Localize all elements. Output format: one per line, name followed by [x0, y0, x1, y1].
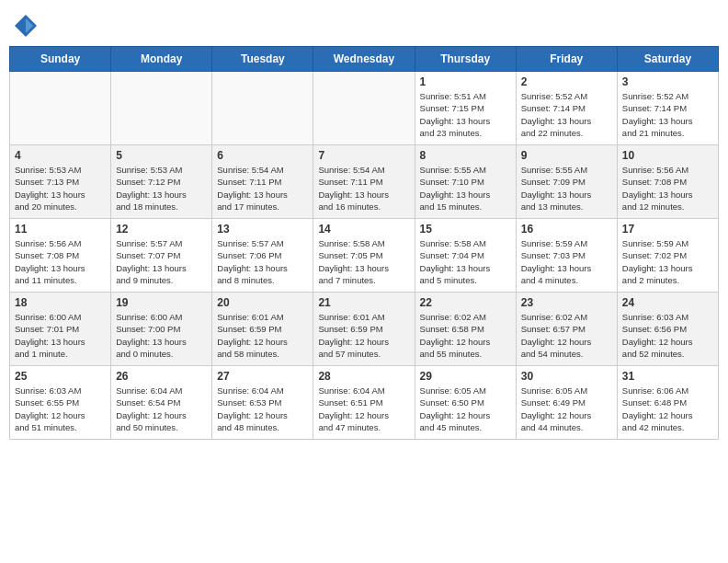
day-number: 30 [521, 370, 612, 383]
calendar-cell: 14Sunrise: 5:58 AM Sunset: 7:05 PM Dayli… [313, 219, 415, 293]
day-info: Sunrise: 5:53 AM Sunset: 7:12 PM Dayligh… [116, 164, 207, 213]
calendar-cell: 29Sunrise: 6:05 AM Sunset: 6:50 PM Dayli… [415, 366, 516, 440]
day-number: 12 [116, 223, 207, 236]
calendar-cell: 9Sunrise: 5:55 AM Sunset: 7:09 PM Daylig… [516, 145, 617, 219]
day-info: Sunrise: 6:03 AM Sunset: 6:56 PM Dayligh… [622, 311, 713, 360]
day-number: 18 [15, 296, 106, 309]
day-number: 16 [521, 223, 612, 236]
day-info: Sunrise: 5:54 AM Sunset: 7:11 PM Dayligh… [217, 164, 308, 213]
calendar-cell: 20Sunrise: 6:01 AM Sunset: 6:59 PM Dayli… [212, 293, 313, 366]
day-number: 20 [217, 296, 308, 309]
day-info: Sunrise: 6:02 AM Sunset: 6:58 PM Dayligh… [420, 311, 511, 360]
calendar-cell: 26Sunrise: 6:04 AM Sunset: 6:54 PM Dayli… [111, 366, 212, 440]
day-info: Sunrise: 5:58 AM Sunset: 7:04 PM Dayligh… [420, 237, 511, 286]
col-header-friday: Friday [516, 47, 617, 72]
calendar-cell: 18Sunrise: 6:00 AM Sunset: 7:01 PM Dayli… [10, 293, 111, 366]
calendar-cell: 6Sunrise: 5:54 AM Sunset: 7:11 PM Daylig… [212, 145, 313, 219]
col-header-sunday: Sunday [10, 47, 111, 72]
day-info: Sunrise: 6:01 AM Sunset: 6:59 PM Dayligh… [318, 311, 409, 360]
day-info: Sunrise: 5:59 AM Sunset: 7:03 PM Dayligh… [521, 237, 612, 286]
day-info: Sunrise: 5:55 AM Sunset: 7:09 PM Dayligh… [521, 164, 612, 213]
calendar-week-row: 1Sunrise: 5:51 AM Sunset: 7:15 PM Daylig… [10, 72, 719, 145]
day-info: Sunrise: 6:03 AM Sunset: 6:55 PM Dayligh… [15, 385, 106, 433]
calendar-cell: 5Sunrise: 5:53 AM Sunset: 7:12 PM Daylig… [111, 145, 212, 219]
day-info: Sunrise: 6:05 AM Sunset: 6:50 PM Dayligh… [420, 385, 511, 433]
calendar-cell: 28Sunrise: 6:04 AM Sunset: 6:51 PM Dayli… [313, 366, 415, 440]
calendar-cell: 2Sunrise: 5:52 AM Sunset: 7:14 PM Daylig… [516, 72, 617, 145]
day-number: 1 [420, 75, 511, 88]
day-info: Sunrise: 6:04 AM Sunset: 6:51 PM Dayligh… [318, 385, 409, 433]
calendar-cell [111, 72, 212, 145]
calendar-week-row: 11Sunrise: 5:56 AM Sunset: 7:08 PM Dayli… [10, 219, 719, 293]
day-info: Sunrise: 6:00 AM Sunset: 7:00 PM Dayligh… [116, 311, 207, 360]
day-number: 29 [420, 370, 511, 383]
day-info: Sunrise: 5:57 AM Sunset: 7:07 PM Dayligh… [116, 237, 207, 286]
col-header-thursday: Thursday [415, 47, 516, 72]
day-number: 2 [521, 75, 612, 88]
day-info: Sunrise: 5:56 AM Sunset: 7:08 PM Dayligh… [622, 164, 713, 213]
calendar-cell: 1Sunrise: 5:51 AM Sunset: 7:15 PM Daylig… [415, 72, 516, 145]
day-number: 14 [318, 223, 409, 236]
day-info: Sunrise: 6:00 AM Sunset: 7:01 PM Dayligh… [15, 311, 106, 360]
day-number: 23 [521, 296, 612, 309]
day-number: 13 [217, 223, 308, 236]
calendar-week-row: 25Sunrise: 6:03 AM Sunset: 6:55 PM Dayli… [10, 366, 719, 440]
day-info: Sunrise: 6:04 AM Sunset: 6:54 PM Dayligh… [116, 385, 207, 433]
calendar-cell [313, 72, 415, 145]
calendar-cell: 12Sunrise: 5:57 AM Sunset: 7:07 PM Dayli… [111, 219, 212, 293]
day-number: 8 [420, 149, 511, 162]
day-number: 19 [116, 296, 207, 309]
day-number: 25 [15, 370, 106, 383]
calendar-week-row: 18Sunrise: 6:00 AM Sunset: 7:01 PM Dayli… [10, 293, 719, 366]
day-info: Sunrise: 5:52 AM Sunset: 7:14 PM Dayligh… [521, 90, 612, 139]
logo-icon [13, 13, 39, 39]
calendar-cell: 15Sunrise: 5:58 AM Sunset: 7:04 PM Dayli… [415, 219, 516, 293]
day-info: Sunrise: 5:54 AM Sunset: 7:11 PM Dayligh… [318, 164, 409, 213]
calendar-cell: 19Sunrise: 6:00 AM Sunset: 7:00 PM Dayli… [111, 293, 212, 366]
calendar-cell: 4Sunrise: 5:53 AM Sunset: 7:13 PM Daylig… [10, 145, 111, 219]
day-info: Sunrise: 5:59 AM Sunset: 7:02 PM Dayligh… [622, 237, 713, 286]
calendar-cell: 8Sunrise: 5:55 AM Sunset: 7:10 PM Daylig… [415, 145, 516, 219]
day-info: Sunrise: 6:06 AM Sunset: 6:48 PM Dayligh… [622, 385, 713, 433]
day-info: Sunrise: 5:58 AM Sunset: 7:05 PM Dayligh… [318, 237, 409, 286]
day-number: 9 [521, 149, 612, 162]
calendar-table: SundayMondayTuesdayWednesdayThursdayFrid… [9, 46, 719, 440]
logo [13, 13, 42, 39]
calendar-cell: 30Sunrise: 6:05 AM Sunset: 6:49 PM Dayli… [516, 366, 617, 440]
day-number: 31 [622, 370, 713, 383]
day-info: Sunrise: 6:05 AM Sunset: 6:49 PM Dayligh… [521, 385, 612, 433]
calendar-cell: 10Sunrise: 5:56 AM Sunset: 7:08 PM Dayli… [617, 145, 718, 219]
day-number: 17 [622, 223, 713, 236]
day-info: Sunrise: 5:52 AM Sunset: 7:14 PM Dayligh… [622, 90, 713, 139]
day-info: Sunrise: 5:56 AM Sunset: 7:08 PM Dayligh… [15, 237, 106, 286]
calendar-week-row: 4Sunrise: 5:53 AM Sunset: 7:13 PM Daylig… [10, 145, 719, 219]
day-info: Sunrise: 5:57 AM Sunset: 7:06 PM Dayligh… [217, 237, 308, 286]
calendar-cell: 27Sunrise: 6:04 AM Sunset: 6:53 PM Dayli… [212, 366, 313, 440]
calendar-cell [212, 72, 313, 145]
col-header-tuesday: Tuesday [212, 47, 313, 72]
calendar-cell: 16Sunrise: 5:59 AM Sunset: 7:03 PM Dayli… [516, 219, 617, 293]
calendar-cell: 25Sunrise: 6:03 AM Sunset: 6:55 PM Dayli… [10, 366, 111, 440]
calendar-cell: 3Sunrise: 5:52 AM Sunset: 7:14 PM Daylig… [617, 72, 718, 145]
day-number: 27 [217, 370, 308, 383]
day-info: Sunrise: 5:51 AM Sunset: 7:15 PM Dayligh… [420, 90, 511, 139]
day-number: 24 [622, 296, 713, 309]
calendar-cell: 23Sunrise: 6:02 AM Sunset: 6:57 PM Dayli… [516, 293, 617, 366]
day-number: 21 [318, 296, 409, 309]
day-number: 3 [622, 75, 713, 88]
col-header-saturday: Saturday [617, 47, 718, 72]
calendar-cell: 21Sunrise: 6:01 AM Sunset: 6:59 PM Dayli… [313, 293, 415, 366]
day-number: 5 [116, 149, 207, 162]
day-number: 7 [318, 149, 409, 162]
page-header [9, 9, 719, 39]
day-number: 28 [318, 370, 409, 383]
calendar-cell: 7Sunrise: 5:54 AM Sunset: 7:11 PM Daylig… [313, 145, 415, 219]
day-number: 11 [15, 223, 106, 236]
day-info: Sunrise: 6:02 AM Sunset: 6:57 PM Dayligh… [521, 311, 612, 360]
calendar-cell: 17Sunrise: 5:59 AM Sunset: 7:02 PM Dayli… [617, 219, 718, 293]
calendar-cell: 22Sunrise: 6:02 AM Sunset: 6:58 PM Dayli… [415, 293, 516, 366]
calendar-cell: 13Sunrise: 5:57 AM Sunset: 7:06 PM Dayli… [212, 219, 313, 293]
day-number: 4 [15, 149, 106, 162]
day-number: 6 [217, 149, 308, 162]
calendar-header-row: SundayMondayTuesdayWednesdayThursdayFrid… [10, 47, 719, 72]
